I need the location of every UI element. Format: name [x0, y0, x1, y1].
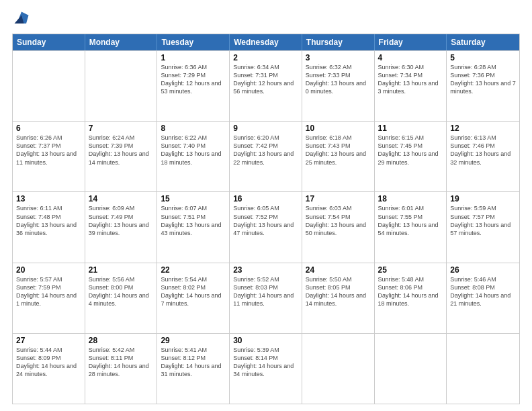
header [12, 9, 520, 28]
calendar-cell: 20Sunrise: 5:57 AMSunset: 7:59 PMDayligh… [13, 263, 85, 333]
calendar-cell: 22Sunrise: 5:54 AMSunset: 8:02 PMDayligh… [157, 263, 230, 333]
day-info: Sunrise: 6:36 AMSunset: 7:29 PMDaylight:… [161, 63, 226, 96]
day-info: Sunrise: 6:30 AMSunset: 7:34 PMDaylight:… [378, 63, 443, 96]
calendar-cell: 14Sunrise: 6:09 AMSunset: 7:49 PMDayligh… [85, 192, 158, 262]
calendar-week-5: 27Sunrise: 5:44 AMSunset: 8:09 PMDayligh… [13, 333, 519, 404]
day-info: Sunrise: 5:52 AMSunset: 8:03 PMDaylight:… [233, 275, 298, 308]
calendar-cell: 12Sunrise: 6:13 AMSunset: 7:46 PMDayligh… [447, 122, 519, 191]
day-number: 18 [378, 194, 443, 203]
day-info: Sunrise: 6:09 AMSunset: 7:49 PMDaylight:… [89, 204, 154, 237]
day-number: 25 [378, 265, 443, 275]
calendar-cell: 26Sunrise: 5:46 AMSunset: 8:08 PMDayligh… [447, 263, 519, 333]
day-number: 17 [306, 194, 371, 203]
calendar-cell: 23Sunrise: 5:52 AMSunset: 8:03 PMDayligh… [230, 263, 302, 333]
calendar-header-day-tuesday: Tuesday [157, 34, 230, 50]
day-number: 27 [16, 336, 81, 345]
day-info: Sunrise: 6:07 AMSunset: 7:51 PMDaylight:… [161, 204, 226, 237]
day-info: Sunrise: 6:18 AMSunset: 7:43 PMDaylight:… [306, 134, 371, 167]
day-info: Sunrise: 6:11 AMSunset: 7:48 PMDaylight:… [16, 204, 81, 237]
calendar-cell: 28Sunrise: 5:42 AMSunset: 8:11 PMDayligh… [85, 334, 158, 404]
calendar-cell: 10Sunrise: 6:18 AMSunset: 7:43 PMDayligh… [302, 122, 375, 191]
day-number: 7 [89, 124, 154, 133]
day-number: 13 [16, 194, 81, 203]
day-number: 4 [378, 53, 443, 62]
day-info: Sunrise: 5:41 AMSunset: 8:12 PMDaylight:… [161, 346, 226, 379]
calendar-cell: 13Sunrise: 6:11 AMSunset: 7:48 PMDayligh… [13, 192, 85, 262]
calendar-cell: 9Sunrise: 6:20 AMSunset: 7:42 PMDaylight… [230, 122, 302, 191]
day-info: Sunrise: 5:56 AMSunset: 8:00 PMDaylight:… [89, 275, 154, 308]
calendar-cell: 4Sunrise: 6:30 AMSunset: 7:34 PMDaylight… [375, 51, 447, 121]
calendar-cell: 8Sunrise: 6:22 AMSunset: 7:40 PMDaylight… [157, 122, 230, 191]
calendar-cell: 17Sunrise: 6:03 AMSunset: 7:54 PMDayligh… [302, 192, 375, 262]
calendar-cell: 6Sunrise: 6:26 AMSunset: 7:37 PMDaylight… [13, 122, 85, 191]
day-number: 19 [450, 194, 516, 203]
calendar-cell: 24Sunrise: 5:50 AMSunset: 8:05 PMDayligh… [302, 263, 375, 333]
calendar-header-day-sunday: Sunday [13, 34, 85, 50]
calendar-week-3: 13Sunrise: 6:11 AMSunset: 7:48 PMDayligh… [13, 191, 519, 262]
calendar-cell: 7Sunrise: 6:24 AMSunset: 7:39 PMDaylight… [85, 122, 158, 191]
day-info: Sunrise: 5:42 AMSunset: 8:11 PMDaylight:… [89, 346, 154, 379]
calendar-cell [85, 51, 158, 121]
logo-icon [12, 9, 31, 28]
day-info: Sunrise: 6:22 AMSunset: 7:40 PMDaylight:… [161, 134, 226, 167]
day-info: Sunrise: 6:26 AMSunset: 7:37 PMDaylight:… [16, 134, 81, 167]
day-info: Sunrise: 5:44 AMSunset: 8:09 PMDaylight:… [16, 346, 81, 379]
calendar-header-day-saturday: Saturday [447, 34, 519, 50]
calendar-cell: 16Sunrise: 6:05 AMSunset: 7:52 PMDayligh… [230, 192, 302, 262]
calendar-week-2: 6Sunrise: 6:26 AMSunset: 7:37 PMDaylight… [13, 121, 519, 191]
calendar-cell: 21Sunrise: 5:56 AMSunset: 8:00 PMDayligh… [85, 263, 158, 333]
calendar-cell: 2Sunrise: 6:34 AMSunset: 7:31 PMDaylight… [230, 51, 302, 121]
day-number: 10 [306, 124, 371, 133]
day-number: 23 [233, 265, 298, 275]
day-number: 24 [306, 265, 371, 275]
calendar-header-day-thursday: Thursday [302, 34, 375, 50]
calendar-header-day-wednesday: Wednesday [230, 34, 302, 50]
day-info: Sunrise: 6:28 AMSunset: 7:36 PMDaylight:… [450, 63, 516, 96]
calendar-cell [447, 334, 519, 404]
day-info: Sunrise: 6:20 AMSunset: 7:42 PMDaylight:… [233, 134, 298, 167]
day-info: Sunrise: 5:48 AMSunset: 8:06 PMDaylight:… [378, 275, 443, 308]
day-info: Sunrise: 6:32 AMSunset: 7:33 PMDaylight:… [306, 63, 371, 96]
day-info: Sunrise: 5:57 AMSunset: 7:59 PMDaylight:… [16, 275, 81, 308]
day-number: 6 [16, 124, 81, 133]
calendar-cell: 29Sunrise: 5:41 AMSunset: 8:12 PMDayligh… [157, 334, 230, 404]
day-info: Sunrise: 6:03 AMSunset: 7:54 PMDaylight:… [306, 204, 371, 237]
day-info: Sunrise: 6:01 AMSunset: 7:55 PMDaylight:… [378, 204, 443, 237]
day-number: 21 [89, 265, 154, 275]
calendar-cell: 18Sunrise: 6:01 AMSunset: 7:55 PMDayligh… [375, 192, 447, 262]
day-info: Sunrise: 5:54 AMSunset: 8:02 PMDaylight:… [161, 275, 226, 308]
day-number: 29 [161, 336, 226, 345]
calendar-cell: 15Sunrise: 6:07 AMSunset: 7:51 PMDayligh… [157, 192, 230, 262]
day-info: Sunrise: 6:24 AMSunset: 7:39 PMDaylight:… [89, 134, 154, 167]
day-number: 3 [306, 53, 371, 62]
day-number: 9 [233, 124, 298, 133]
calendar-header: SundayMondayTuesdayWednesdayThursdayFrid… [13, 34, 519, 50]
calendar-header-day-friday: Friday [375, 34, 447, 50]
calendar-week-1: 1Sunrise: 6:36 AMSunset: 7:29 PMDaylight… [13, 50, 519, 121]
day-info: Sunrise: 6:05 AMSunset: 7:52 PMDaylight:… [233, 204, 298, 237]
day-info: Sunrise: 5:46 AMSunset: 8:08 PMDaylight:… [450, 275, 516, 308]
calendar: SundayMondayTuesdayWednesdayThursdayFrid… [12, 34, 520, 404]
page: SundayMondayTuesdayWednesdayThursdayFrid… [0, 0, 532, 411]
day-number: 5 [450, 53, 516, 62]
day-info: Sunrise: 6:15 AMSunset: 7:45 PMDaylight:… [378, 134, 443, 167]
calendar-cell: 25Sunrise: 5:48 AMSunset: 8:06 PMDayligh… [375, 263, 447, 333]
day-info: Sunrise: 6:13 AMSunset: 7:46 PMDaylight:… [450, 134, 516, 167]
day-number: 22 [161, 265, 226, 275]
calendar-cell [13, 51, 85, 121]
calendar-cell: 19Sunrise: 5:59 AMSunset: 7:57 PMDayligh… [447, 192, 519, 262]
day-info: Sunrise: 5:50 AMSunset: 8:05 PMDaylight:… [306, 275, 371, 308]
day-number: 11 [378, 124, 443, 133]
day-info: Sunrise: 6:34 AMSunset: 7:31 PMDaylight:… [233, 63, 298, 96]
calendar-cell [375, 334, 447, 404]
day-number: 15 [161, 194, 226, 203]
calendar-cell: 30Sunrise: 5:39 AMSunset: 8:14 PMDayligh… [230, 334, 302, 404]
day-number: 1 [161, 53, 226, 62]
day-number: 20 [16, 265, 81, 275]
day-number: 12 [450, 124, 516, 133]
day-number: 16 [233, 194, 298, 203]
calendar-body: 1Sunrise: 6:36 AMSunset: 7:29 PMDaylight… [13, 50, 519, 404]
day-number: 14 [89, 194, 154, 203]
calendar-cell: 11Sunrise: 6:15 AMSunset: 7:45 PMDayligh… [375, 122, 447, 191]
day-info: Sunrise: 5:59 AMSunset: 7:57 PMDaylight:… [450, 204, 516, 237]
